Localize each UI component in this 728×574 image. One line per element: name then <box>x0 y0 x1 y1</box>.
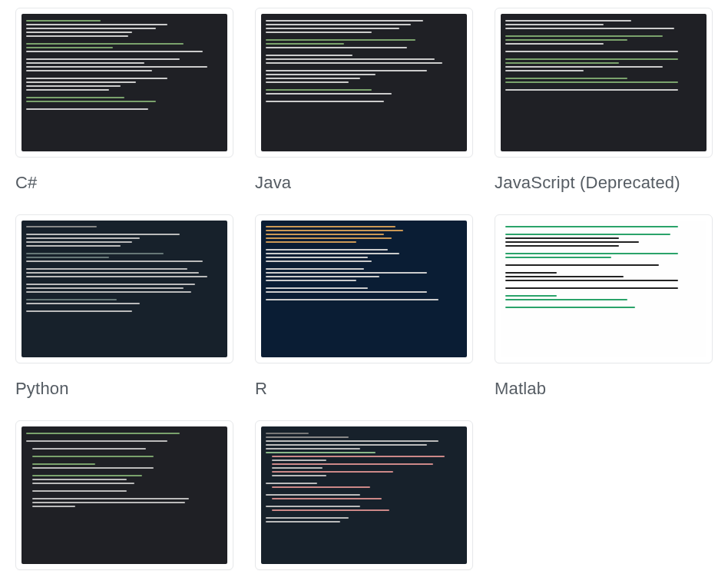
card-label-text: C# <box>15 173 38 192</box>
card-label-suffix: (Deprecated) <box>575 173 680 192</box>
card-r[interactable]: R <box>255 214 473 400</box>
card-label-text: R <box>255 379 267 398</box>
card-excel[interactable]: Excel functions <box>255 420 473 574</box>
thumbnail-frame[interactable] <box>495 214 713 364</box>
card-label[interactable]: JavaScript (Deprecated) <box>495 173 713 193</box>
code-thumbnail <box>22 14 227 151</box>
card-label-text: Java <box>255 173 291 192</box>
thumbnail-frame[interactable] <box>495 8 713 158</box>
code-thumbnail <box>501 221 706 358</box>
code-thumbnail <box>22 221 227 358</box>
code-thumbnail <box>261 426 467 564</box>
card-label-text: Matlab <box>495 379 546 398</box>
code-thumbnail <box>261 221 467 358</box>
thumbnail-frame[interactable] <box>15 420 233 570</box>
card-label[interactable]: R <box>255 379 473 399</box>
card-label[interactable]: Java <box>255 173 473 193</box>
code-thumbnail <box>261 14 467 151</box>
card-spark[interactable]: Apache Spark <box>15 420 233 574</box>
code-thumbnail <box>501 14 706 151</box>
thumbnail-frame[interactable] <box>15 214 233 364</box>
thumbnail-frame[interactable] <box>15 8 233 158</box>
thumbnail-frame[interactable] <box>255 8 473 158</box>
card-python[interactable]: Python <box>15 214 233 400</box>
thumbnail-frame[interactable] <box>255 214 473 364</box>
card-csharp[interactable]: C# <box>15 8 233 193</box>
card-label-text: JavaScript <box>495 173 575 192</box>
card-java[interactable]: Java <box>255 8 473 193</box>
card-javascript[interactable]: JavaScript (Deprecated) <box>495 8 713 193</box>
card-matlab[interactable]: Matlab <box>495 214 713 400</box>
card-label[interactable]: C# <box>15 173 233 193</box>
card-label-text: Python <box>15 379 69 398</box>
code-thumbnail <box>22 426 227 564</box>
card-label[interactable]: Python <box>15 379 233 399</box>
thumbnail-frame[interactable] <box>255 420 473 570</box>
card-label[interactable]: Matlab <box>495 379 713 399</box>
